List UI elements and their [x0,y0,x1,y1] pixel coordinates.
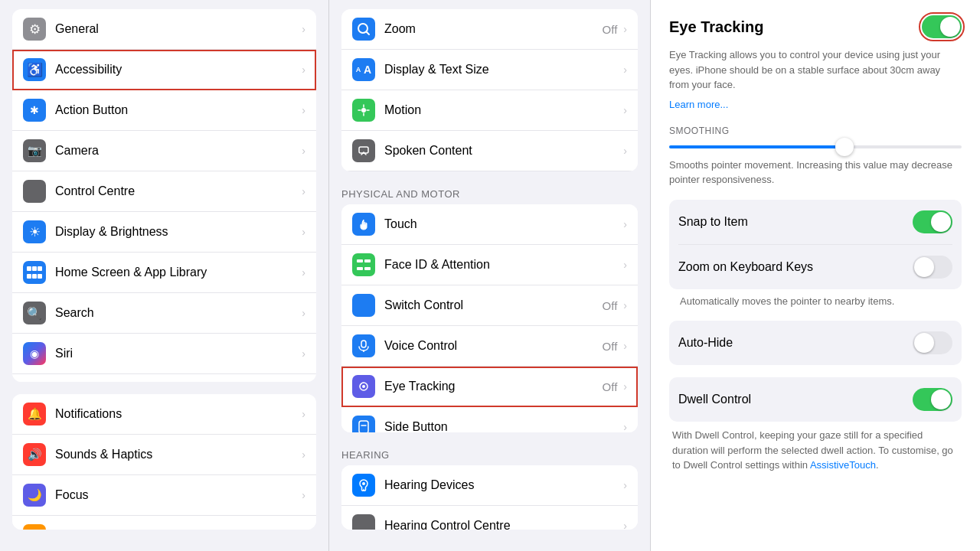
snap-to-item-label: Snap to Item [678,215,748,229]
middle-item-spoken-content[interactable]: Spoken Content › [341,131,638,171]
chevron-icon: › [623,340,627,352]
sidebar-item-control-centre[interactable]: Control Centre › [12,171,316,212]
sidebar-item-siri[interactable]: ◉ Siri › [12,334,316,374]
middle-item-display-text-size[interactable]: AA Display & Text Size › [341,50,638,90]
sidebar-item-display-brightness[interactable]: ☀ Display & Brightness › [12,212,316,253]
smoothing-slider-container [669,145,962,148]
middle-item-eye-tracking[interactable]: Eye Tracking Off › [341,367,638,407]
middle-item-label: Spoken Content [384,144,620,158]
hearing-devices-icon [352,474,375,497]
svg-point-13 [362,482,365,485]
sidebar-item-focus[interactable]: 🌙 Focus › [12,475,316,516]
middle-item-motion[interactable]: Motion › [341,90,638,131]
item-value: Off [603,340,618,353]
dwell-control-row: Dwell Control [678,377,952,422]
chevron-icon: › [623,259,627,271]
middle-item-label: Face ID & Attention [384,258,620,272]
chevron-icon: › [302,408,305,420]
middle-item-hearing-control-centre[interactable]: Hearing Control Centre › [341,506,638,530]
smoothing-slider-fill [669,145,844,148]
zoom-keyboard-toggle[interactable] [913,256,952,279]
sidebar-item-label: General [55,22,299,36]
middle-item-touch[interactable]: Touch › [341,204,638,245]
sidebar-item-accessibility[interactable]: ♿ Accessibility › [12,50,316,90]
left-top-section: ⚙ General › ♿ Accessibility › ✱ Action B… [12,9,316,382]
snap-to-item-toggle[interactable] [913,210,952,233]
control-centre-icon [23,180,46,203]
sidebar-item-action-button[interactable]: ✱ Action Button › [12,90,316,131]
sidebar-item-standby[interactable]: ▣ StandBy › [12,374,316,382]
motion-icon [352,99,375,122]
svg-line-1 [367,32,370,35]
dwell-control-section: Dwell Control [669,377,962,422]
camera-icon: 📷 [23,139,46,162]
eye-tracking-toggle-container [922,15,962,38]
vision-section: Zoom Off › AA Display & Text Size › [341,9,638,171]
smoothing-label: SMOOTHING [669,126,962,136]
svg-rect-9 [359,421,368,432]
sidebar-item-label: Camera [55,144,299,158]
item-value: Off [603,23,618,36]
chevron-icon: › [302,448,305,461]
face-id-icon [352,253,375,276]
middle-item-label: Switch Control [384,298,603,312]
chevron-icon: › [302,266,305,279]
sidebar-item-search[interactable]: 🔍 Search › [12,293,316,334]
zoom-keyboard-row: Zoom on Keyboard Keys [678,245,952,289]
sidebar-item-label: Display & Brightness [55,225,299,239]
smoothing-description: Smooths pointer movement. Increasing thi… [669,158,962,187]
sidebar-item-label: Notifications [55,407,299,421]
sidebar-item-label: Control Centre [55,184,299,198]
chevron-icon: › [302,226,305,238]
chevron-icon: › [302,64,305,76]
toggle-knob [940,17,960,37]
sidebar-item-general[interactable]: ⚙ General › [12,9,316,50]
spoken-content-icon [352,139,375,162]
smoothing-slider-thumb[interactable] [835,138,854,156]
eye-tracking-toggle[interactable] [922,15,962,38]
notifications-icon: 🔔 [23,403,46,425]
middle-item-label: Voice Control [384,339,603,353]
eye-tracking-description: Eye Tracking allows you to control your … [669,47,962,93]
sidebar-item-notifications[interactable]: 🔔 Notifications › [12,394,316,435]
toggle-knob [914,333,934,353]
sidebar-item-sounds-haptics[interactable]: 🔊 Sounds & Haptics › [12,435,316,475]
right-panel-title: Eye Tracking [669,18,763,36]
smoothing-slider-track [669,145,962,148]
right-column: Eye Tracking Eye Tracking allows you to … [651,0,980,551]
chevron-icon: › [623,23,627,35]
middle-item-switch-control[interactable]: Switch Control Off › [341,285,638,326]
switch-control-icon [352,294,375,317]
dwell-control-toggle[interactable] [913,388,952,411]
chevron-icon: › [302,104,305,116]
middle-item-face-id[interactable]: Face ID & Attention › [341,245,638,285]
middle-item-label: Motion [384,103,620,117]
learn-more-link[interactable]: Learn more... [669,99,962,110]
middle-item-label: Hearing Control Centre [384,519,620,530]
action-button-icon: ✱ [23,99,46,122]
middle-item-label: Zoom [384,22,603,36]
middle-item-hearing-devices[interactable]: Hearing Devices › [341,465,638,506]
home-screen-icon [23,261,46,284]
focus-icon: 🌙 [23,484,46,507]
auto-hide-row: Auto-Hide [678,321,952,365]
voice-control-icon [352,334,375,357]
chevron-icon: › [302,347,305,360]
sidebar-item-screen-time[interactable]: ⏱ Screen Time › [12,516,316,530]
auto-hide-toggle[interactable] [913,331,952,354]
chevron-icon: › [302,307,305,319]
assistive-touch-link[interactable]: AssistiveTouch [810,459,876,471]
hearing-control-centre-icon [352,514,375,530]
middle-item-voice-control[interactable]: Voice Control Off › [341,326,638,367]
general-icon: ⚙ [23,18,46,41]
touch-icon [352,213,375,236]
middle-item-zoom[interactable]: Zoom Off › [341,9,638,50]
snap-description: Automatically moves the pointer to nearb… [669,294,962,309]
sounds-icon: 🔊 [23,443,46,466]
sidebar-item-label: Home Screen & App Library [55,266,299,279]
sidebar-item-home-screen[interactable]: Home Screen & App Library › [12,253,316,293]
middle-item-side-button[interactable]: Side Button › [341,407,638,432]
sidebar-item-camera[interactable]: 📷 Camera › [12,131,316,171]
chevron-icon: › [623,64,627,76]
chevron-icon: › [623,218,627,230]
